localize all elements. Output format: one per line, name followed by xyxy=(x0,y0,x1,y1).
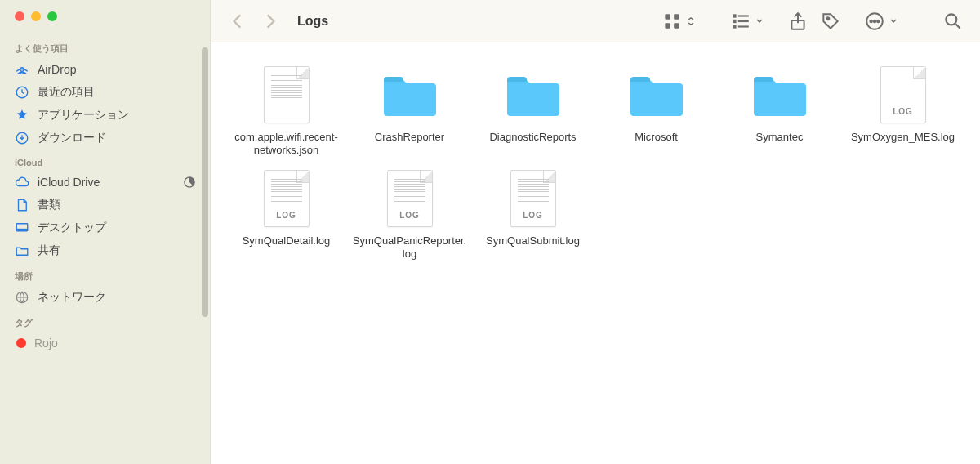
folder-icon xyxy=(627,65,686,124)
desktop-icon xyxy=(15,221,29,235)
close-button[interactable] xyxy=(15,11,24,21)
file-icon xyxy=(257,65,316,124)
sidebar-item-shared[interactable]: 共有 xyxy=(0,239,210,262)
file-icon: LOG xyxy=(257,169,316,228)
icloud-status-icon xyxy=(184,176,195,188)
app-icon xyxy=(15,108,29,123)
sidebar-item-label: Rojo xyxy=(34,337,58,350)
chevron-down-icon xyxy=(755,16,764,26)
folder-item[interactable]: CrashReporter xyxy=(350,65,469,158)
svg-rect-14 xyxy=(738,20,749,21)
group-by-button[interactable] xyxy=(730,11,764,32)
item-name: com.apple.wifi.recent-networks.json xyxy=(229,131,344,158)
tag-button[interactable] xyxy=(820,11,841,32)
cloud-icon xyxy=(15,175,29,190)
svg-point-21 xyxy=(877,20,880,22)
sidebar-item-applications[interactable]: アプリケーション xyxy=(0,104,210,127)
file-type-label: LOG xyxy=(388,211,432,220)
folder-icon xyxy=(381,65,439,124)
file-item[interactable]: LOGSymQualDetail.log xyxy=(227,169,345,261)
item-name: Microsoft xyxy=(635,131,678,144)
content: Logs xyxy=(211,0,980,464)
item-name: Symantec xyxy=(756,131,804,144)
svg-point-19 xyxy=(870,20,872,22)
svg-rect-9 xyxy=(674,23,679,28)
sidebar-item-label: 書類 xyxy=(38,198,60,212)
sidebar-item-desktop[interactable]: デスクトップ xyxy=(0,216,210,239)
svg-rect-8 xyxy=(665,23,670,28)
file-item[interactable]: LOGSymQualSubmit.log xyxy=(474,169,592,261)
file-icon: LOG xyxy=(504,169,563,228)
item-name: SymOxygen_MES.log xyxy=(851,131,955,144)
file-type-label: LOG xyxy=(265,211,309,220)
sidebar-item-documents[interactable]: 書類 xyxy=(0,194,210,216)
view-mode-button[interactable] xyxy=(662,11,696,32)
sidebar-item-label: AirDrop xyxy=(38,63,76,76)
svg-rect-4 xyxy=(16,224,28,231)
item-name: SymQualDetail.log xyxy=(243,234,331,248)
airdrop-icon xyxy=(15,62,29,77)
window-title: Logs xyxy=(297,14,328,29)
file-item[interactable]: com.apple.wifi.recent-networks.json xyxy=(227,65,345,158)
ellipsis-circle-icon xyxy=(864,11,885,32)
folder-item[interactable]: Microsoft xyxy=(597,65,715,158)
chevron-down-icon xyxy=(889,16,898,26)
group-icon xyxy=(730,11,751,32)
sidebar-item-icloud-drive[interactable]: iCloud Drive xyxy=(0,171,210,194)
svg-point-20 xyxy=(874,20,876,22)
file-type-label: LOG xyxy=(511,211,555,220)
items-area[interactable]: com.apple.wifi.recent-networks.jsonCrash… xyxy=(211,42,980,464)
folder-item[interactable]: DiagnosticReports xyxy=(474,65,592,158)
toolbar: Logs xyxy=(211,0,980,42)
sidebar-scrollbar[interactable] xyxy=(202,47,208,317)
sidebar-item-airdrop[interactable]: AirDrop xyxy=(0,58,210,81)
file-icon: LOG xyxy=(381,169,439,228)
maximize-button[interactable] xyxy=(47,11,57,21)
document-icon xyxy=(15,198,29,212)
sidebar-item-label: 最近の項目 xyxy=(38,85,95,100)
shared-folder-icon xyxy=(15,243,29,258)
item-name: DiagnosticReports xyxy=(489,131,576,144)
sidebar-item-label: 共有 xyxy=(38,243,60,258)
svg-rect-7 xyxy=(674,14,679,19)
svg-rect-15 xyxy=(738,25,749,27)
file-icon: LOG xyxy=(874,65,933,124)
folder-icon xyxy=(504,65,563,124)
file-item[interactable]: LOGSymOxygen_MES.log xyxy=(844,65,962,158)
tag-red-icon xyxy=(16,338,26,348)
search-button[interactable] xyxy=(942,11,964,32)
sidebar-item-label: iCloud Drive xyxy=(38,176,100,189)
action-button[interactable] xyxy=(864,11,898,32)
sidebar-item-downloads[interactable]: ダウンロード xyxy=(0,127,210,149)
item-name: CrashReporter xyxy=(375,131,444,144)
sidebar: よく使う項目 AirDrop 最近の項目 アプリケーション ダウンロード iCl… xyxy=(0,0,211,464)
chevron-updown-icon xyxy=(686,16,696,26)
sidebar-item-tag-red[interactable]: Rojo xyxy=(0,332,210,354)
svg-rect-12 xyxy=(733,25,736,28)
file-item[interactable]: LOGSymQualPanicReporter.log xyxy=(350,169,469,261)
sidebar-item-label: ネットワーク xyxy=(38,290,106,305)
minimize-button[interactable] xyxy=(31,11,41,21)
svg-point-17 xyxy=(826,17,829,20)
sidebar-item-network[interactable]: ネットワーク xyxy=(0,286,210,309)
sidebar-item-label: デスクトップ xyxy=(38,221,106,235)
svg-point-22 xyxy=(946,14,956,25)
download-icon xyxy=(15,131,29,145)
folder-icon xyxy=(751,65,809,124)
share-button[interactable] xyxy=(787,11,808,32)
traffic-lights xyxy=(0,11,210,34)
sidebar-section-locations: 場所 xyxy=(0,262,210,286)
sidebar-section-tags: タグ xyxy=(0,309,210,332)
folder-item[interactable]: Symantec xyxy=(720,65,839,158)
svg-rect-6 xyxy=(665,14,670,19)
forward-button[interactable] xyxy=(260,11,281,32)
sidebar-item-label: ダウンロード xyxy=(38,131,106,145)
svg-rect-10 xyxy=(733,14,736,17)
back-button[interactable] xyxy=(227,11,248,32)
globe-icon xyxy=(15,290,29,305)
grid-view-icon xyxy=(662,11,683,32)
clock-icon xyxy=(15,85,29,100)
sidebar-item-recents[interactable]: 最近の項目 xyxy=(0,81,210,104)
svg-rect-13 xyxy=(738,15,749,16)
sidebar-section-favorites: よく使う項目 xyxy=(0,34,210,58)
